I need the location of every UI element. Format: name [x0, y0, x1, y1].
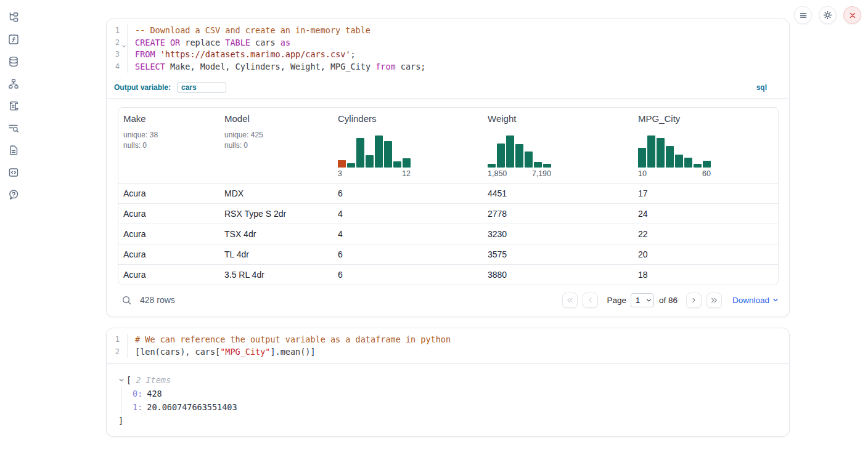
sql-cell: 1-- Download a CSV and create an in-memo…	[106, 18, 790, 317]
chevrons-right-icon	[710, 296, 718, 304]
line-number: 2	[107, 346, 128, 358]
download-button[interactable]: Download	[732, 296, 779, 305]
column-header-weight[interactable]: Weight1,8507,190	[483, 108, 633, 183]
histogram-bar	[543, 164, 551, 168]
table-cell: TL 4dr	[219, 249, 333, 259]
page-label: Page	[607, 296, 626, 305]
database-icon[interactable]	[6, 54, 21, 69]
table-cell: 22	[633, 229, 778, 239]
histogram-bar	[347, 163, 355, 168]
table-cell: MDX	[219, 188, 333, 198]
scroll-icon[interactable]	[6, 99, 21, 113]
tree-entry: 0:428	[133, 387, 779, 400]
search-list-icon[interactable]	[6, 121, 21, 136]
python-cell-output: [ 2 Items 0:4281:20.060747663551403 ]	[107, 364, 789, 436]
line-number: 4	[107, 61, 128, 73]
table-cell: 4	[333, 209, 483, 219]
table-cell: 3880	[483, 270, 633, 280]
code-line: 2CREATE OR replace TABLE cars as	[107, 37, 789, 49]
column-title: Make	[123, 113, 215, 124]
table-row[interactable]: Acura3.5 RL 4dr6388018	[118, 264, 778, 285]
snippets-icon[interactable]	[6, 165, 21, 180]
table-cell: 6	[333, 249, 483, 259]
table-header-row: Makeunique: 38nulls: 0Modelunique: 425nu…	[118, 108, 778, 183]
histogram-axis-labels: 1,8507,190	[488, 169, 551, 178]
dependency-graph-icon[interactable]	[6, 76, 21, 91]
table-cell: 20	[633, 249, 778, 259]
code-line: 2[len(cars), cars["MPG_City"].mean()]	[107, 346, 789, 358]
language-badge: sql	[756, 83, 767, 92]
table-row[interactable]: AcuraTL 4dr6357520	[118, 244, 778, 264]
line-number: 1	[107, 334, 128, 346]
output-variable-label: Output variable:	[114, 83, 171, 92]
first-page-button[interactable]	[562, 293, 578, 308]
chevron-down-icon	[772, 297, 779, 303]
topbar-actions	[794, 6, 861, 24]
page-select[interactable]: 1	[631, 293, 654, 307]
column-histogram: 1060	[638, 136, 773, 178]
column-header-cylinders[interactable]: Cylinders312	[333, 108, 483, 183]
column-header-make[interactable]: Makeunique: 38nulls: 0	[118, 108, 219, 183]
page-select-wrap: 1	[631, 293, 654, 307]
python-cell: 1# We can reference the output variable …	[106, 328, 790, 437]
histogram-bar	[488, 164, 496, 168]
pagination: Page 1 of 86 Download	[562, 293, 779, 308]
last-page-button[interactable]	[706, 293, 722, 308]
help-icon[interactable]	[6, 187, 21, 202]
histogram-bar	[675, 155, 683, 168]
table-footer: 428 rows Page 1 of 86	[118, 289, 779, 310]
column-stats: unique: 425nulls: 0	[224, 130, 328, 151]
table-cell: Acura	[118, 209, 219, 219]
histogram-bar	[657, 138, 665, 168]
histogram-bar	[384, 141, 392, 168]
histogram-bar	[366, 155, 374, 168]
column-header-mpg_city[interactable]: MPG_City1060	[633, 108, 778, 183]
table-row[interactable]: AcuraRSX Type S 2dr4277824	[118, 203, 778, 224]
column-title: Model	[224, 113, 328, 124]
column-header-model[interactable]: Modelunique: 425nulls: 0	[219, 108, 333, 183]
previous-page-button[interactable]	[583, 293, 598, 308]
code-line: 4SELECT Make, Model, Cylinders, Weight, …	[107, 61, 789, 73]
histogram-bar	[638, 148, 646, 168]
column-histogram: 1,8507,190	[488, 136, 628, 178]
histogram-bars	[638, 136, 773, 168]
table-cell: TSX 4dr	[219, 229, 333, 239]
table-cell: 4451	[483, 188, 633, 198]
tree-entry-value: 428	[147, 389, 162, 398]
column-histogram: 312	[338, 136, 478, 178]
chevron-left-icon	[586, 296, 594, 304]
table-body: AcuraMDX6445117AcuraRSX Type S 2dr427782…	[118, 183, 778, 285]
python-code-editor[interactable]: 1# We can reference the output variable …	[107, 328, 789, 363]
table-cell: 3575	[483, 249, 633, 259]
search-button[interactable]	[121, 295, 132, 305]
hamburger-menu-button[interactable]	[794, 6, 812, 24]
next-page-button[interactable]	[686, 293, 702, 308]
code-line: 1# We can reference the output variable …	[107, 334, 789, 346]
items-count-label: 2 Items	[136, 373, 171, 387]
histogram-bar	[497, 144, 505, 168]
histogram-bar	[356, 138, 364, 168]
tree-entry: 1:20.060747663551403	[133, 400, 779, 414]
table-cell: 18	[633, 270, 778, 280]
close-x-icon	[848, 11, 857, 20]
search-icon	[121, 295, 132, 305]
function-icon[interactable]	[6, 32, 21, 47]
file-tree-icon[interactable]	[6, 10, 21, 25]
code-line-text: FROM 'https://datasets.marimo.app/cars.c…	[128, 49, 356, 61]
settings-button[interactable]	[819, 6, 837, 24]
notebook-area: 1-- Download a CSV and create an in-memo…	[106, 0, 790, 437]
collapse-toggle-button[interactable]	[118, 377, 126, 383]
table-cell: Acura	[118, 229, 219, 239]
table-cell: 3230	[483, 229, 633, 239]
histogram-bar	[515, 144, 523, 168]
output-variable-input[interactable]	[177, 82, 226, 93]
table-cell: 2778	[483, 209, 633, 219]
column-title: Weight	[488, 113, 628, 124]
shutdown-button[interactable]	[843, 6, 861, 24]
table-row[interactable]: AcuraMDX6445117	[118, 183, 778, 203]
document-icon[interactable]	[6, 143, 21, 158]
sql-code-editor[interactable]: 1-- Download a CSV and create an in-memo…	[107, 19, 789, 78]
histogram-bar	[506, 136, 514, 168]
gear-icon	[822, 10, 833, 20]
table-row[interactable]: AcuraTSX 4dr4323022	[118, 224, 778, 244]
